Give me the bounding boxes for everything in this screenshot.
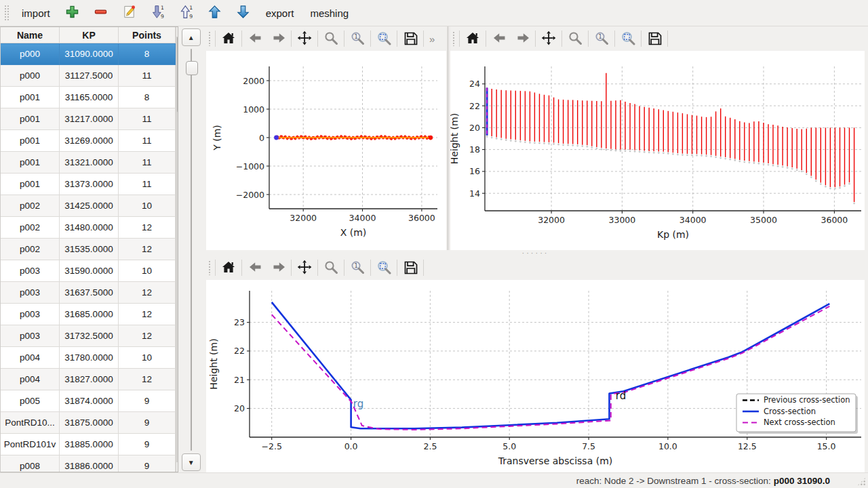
table-cell[interactable]: 12 xyxy=(119,282,176,304)
table-cell[interactable]: 8 xyxy=(119,87,176,108)
home-button[interactable] xyxy=(461,28,484,49)
zoom-one-button[interactable]: 1 xyxy=(590,28,613,49)
table-cell[interactable]: 10 xyxy=(119,260,176,282)
table-cell[interactable]: p003 xyxy=(1,282,60,304)
table-cell[interactable]: 31480.0000 xyxy=(60,217,119,239)
table-row[interactable]: p00031090.00008 xyxy=(1,43,176,65)
remove-button[interactable] xyxy=(88,2,114,24)
table-cell[interactable]: 12 xyxy=(119,325,176,347)
table-cell[interactable]: 31090.0000 xyxy=(60,43,119,65)
table-cell[interactable]: p002 xyxy=(1,195,60,217)
pan-button[interactable] xyxy=(293,258,316,278)
table-cell[interactable]: p005 xyxy=(1,390,60,412)
longitudinal-profile-chart[interactable]: 3200033000340003500036000141618202224Kp … xyxy=(450,51,865,250)
table-cell[interactable]: 12 xyxy=(119,217,176,239)
cross-section-table[interactable]: NameKPPoints p00031090.00008p00031127.50… xyxy=(1,27,176,472)
save-button[interactable] xyxy=(399,28,422,49)
toolbar-drag-handle[interactable] xyxy=(4,5,9,21)
horizontal-splitter[interactable]: ······ xyxy=(206,250,865,256)
toolbar-drag-handle[interactable] xyxy=(208,31,212,46)
pan-button[interactable] xyxy=(293,28,316,49)
toolbar-overflow-chevron[interactable]: » xyxy=(425,33,439,45)
table-row[interactable]: p00031127.500011 xyxy=(1,65,176,87)
table-cell[interactable]: 31685.0000 xyxy=(60,304,119,325)
table-cell[interactable]: p008 xyxy=(1,455,60,473)
table-row[interactable]: p00231425.000010 xyxy=(1,195,176,217)
table-cell[interactable]: 31127.5000 xyxy=(60,65,119,87)
table-cell[interactable]: 31425.0000 xyxy=(60,195,119,217)
table-row[interactable]: PontRD101v31885.00009 xyxy=(1,434,176,455)
table-cell[interactable]: 9 xyxy=(119,390,176,412)
table-cell[interactable]: 11 xyxy=(119,130,176,152)
zoom-button[interactable] xyxy=(564,28,587,49)
table-cell[interactable]: 12 xyxy=(119,304,176,325)
home-button[interactable] xyxy=(217,258,240,278)
table-row[interactable]: p00331637.500012 xyxy=(1,282,176,304)
table-cell[interactable]: p001 xyxy=(1,152,60,174)
table-cell[interactable]: 31780.0000 xyxy=(60,347,119,369)
back-button[interactable] xyxy=(243,258,267,278)
zoom-button[interactable] xyxy=(319,28,342,49)
toolbar-drag-handle[interactable] xyxy=(452,31,456,46)
forward-button[interactable] xyxy=(267,258,290,278)
table-row[interactable]: p00231535.000012 xyxy=(1,239,176,260)
back-button[interactable] xyxy=(243,28,267,49)
edit-button[interactable] xyxy=(117,2,142,24)
forward-button[interactable] xyxy=(267,28,290,49)
table-cell[interactable]: 8 xyxy=(119,43,176,65)
table-cell[interactable]: PontRD10... xyxy=(1,412,60,434)
table-cell[interactable]: p001 xyxy=(1,87,60,108)
resize-grip[interactable] xyxy=(857,477,866,486)
zoom-rect-button[interactable] xyxy=(372,258,395,278)
nav-slider-handle[interactable] xyxy=(186,61,198,75)
zoom-button[interactable] xyxy=(319,258,342,278)
table-cell[interactable]: 31373.0000 xyxy=(60,174,119,195)
table-cell[interactable]: p004 xyxy=(1,347,60,369)
zoom-one-button[interactable]: 1 xyxy=(346,258,369,278)
table-cell[interactable]: 12 xyxy=(119,239,176,260)
table-cell[interactable]: 11 xyxy=(119,152,176,174)
column-header-name[interactable]: Name xyxy=(1,27,60,43)
table-row[interactable]: p00531874.00009 xyxy=(1,390,176,412)
table-cell[interactable]: p000 xyxy=(1,65,60,87)
forward-button[interactable] xyxy=(511,28,534,49)
table-cell[interactable]: p002 xyxy=(1,217,60,239)
table-row[interactable]: p00131373.000011 xyxy=(1,174,176,195)
table-row[interactable]: p00331590.000010 xyxy=(1,260,176,282)
table-cell[interactable]: 12 xyxy=(119,369,176,390)
table-row[interactable]: p00431780.000010 xyxy=(1,347,176,369)
table-row[interactable]: PontRD10...31875.00009 xyxy=(1,412,176,434)
table-cell[interactable]: 11 xyxy=(119,65,176,87)
table-cell[interactable]: 31269.0000 xyxy=(60,130,119,152)
table-cell[interactable]: 11 xyxy=(119,174,176,195)
nav-previous-button[interactable]: ▲ xyxy=(182,28,201,46)
zoom-rect-button[interactable] xyxy=(616,28,639,49)
table-cell[interactable]: 11 xyxy=(119,108,176,130)
table-cell[interactable]: PontRD101v xyxy=(1,434,60,455)
add-button[interactable] xyxy=(60,2,85,24)
table-cell[interactable]: 31886.0000 xyxy=(60,455,119,473)
table-cell[interactable]: 31535.0000 xyxy=(60,239,119,260)
table-cell[interactable]: 31875.0000 xyxy=(60,412,119,434)
table-row[interactable]: p00131165.00008 xyxy=(1,87,176,108)
save-button[interactable] xyxy=(643,28,666,49)
table-cell[interactable]: 31874.0000 xyxy=(60,390,119,412)
table-row[interactable]: p00131269.000011 xyxy=(1,130,176,152)
table-cell[interactable]: p002 xyxy=(1,239,60,260)
table-cell[interactable]: 9 xyxy=(119,455,176,473)
sort-ascending-button[interactable]: 1 9 xyxy=(174,2,199,24)
table-row[interactable]: p00831886.00009 xyxy=(1,455,176,473)
table-cell[interactable]: 31217.0000 xyxy=(60,108,119,130)
plan-view-chart[interactable]: 320003400036000−2000−1000010002000X (m)Y… xyxy=(206,51,446,250)
table-row[interactable]: p00331732.500012 xyxy=(1,325,176,347)
table-cell[interactable]: p001 xyxy=(1,108,60,130)
table-cell[interactable]: 9 xyxy=(119,434,176,455)
zoom-one-button[interactable]: 1 xyxy=(346,28,369,49)
table-cell[interactable]: p000 xyxy=(1,43,60,65)
table-cell[interactable]: 31321.0000 xyxy=(60,152,119,174)
pan-button[interactable] xyxy=(537,28,560,49)
table-cell[interactable]: 31827.0000 xyxy=(60,369,119,390)
save-button[interactable] xyxy=(399,258,422,278)
table-cell[interactable]: p003 xyxy=(1,260,60,282)
meshing-button[interactable]: meshing xyxy=(303,3,355,23)
